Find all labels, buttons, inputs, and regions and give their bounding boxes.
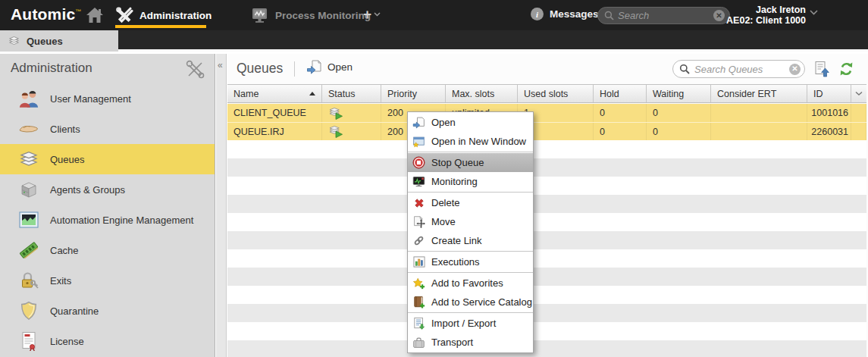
column-header-used-slots[interactable]: Used slots [518, 85, 594, 102]
tab-queues[interactable]: Queues [0, 30, 118, 52]
menu-item-transport[interactable]: Transport [408, 333, 533, 352]
cell-status [322, 123, 381, 140]
menu-separator [408, 251, 533, 252]
home-button[interactable] [85, 6, 105, 24]
sidebar-item-user-management[interactable]: User Management [0, 83, 215, 114]
column-label: Name [233, 89, 259, 99]
active-nav-underline [115, 25, 206, 28]
column-label: Priority [387, 89, 417, 99]
transport-icon [412, 337, 426, 349]
messages-button[interactable]: i Messages [531, 8, 599, 20]
stop-icon [412, 156, 426, 169]
clear-queues-search-icon[interactable]: ✕ [789, 64, 801, 75]
sidebar-title: Administration [11, 61, 92, 76]
menu-item-delete[interactable]: Delete [408, 193, 533, 212]
column-header-id[interactable]: ID [807, 85, 851, 102]
automic-app-window: Automic™ Administration [0, 0, 868, 357]
certificate-icon [17, 331, 40, 351]
info-icon: i [531, 8, 544, 20]
nav-pm-label: Process Monitoring [275, 10, 371, 21]
open-icon [306, 60, 322, 74]
sidebar-collapse-strip: « [216, 54, 227, 357]
menu-item-stop-queue[interactable]: Stop Queue [408, 153, 533, 172]
menu-item-label: Move [431, 216, 456, 227]
chevron-down-icon [374, 12, 381, 17]
column-header-hold[interactable]: Hold [594, 85, 647, 102]
queue-running-icon [328, 107, 344, 120]
tab-queues-label: Queues [27, 36, 63, 47]
global-search-input[interactable] [618, 10, 713, 21]
refresh-icon[interactable] [838, 61, 855, 77]
column-header-status[interactable]: Status [322, 85, 381, 102]
sidebar-item-automation-engine-management[interactable]: Automation Engine Management [0, 205, 215, 235]
cell-name: QUEUE.IRJ [227, 123, 322, 140]
import-export-icon [412, 317, 426, 330]
menu-item-label: Create Link [431, 235, 481, 246]
column-label: Used slots [524, 89, 568, 99]
hand-icon [17, 123, 40, 135]
search-icon [604, 11, 614, 20]
collapse-sidebar-icon[interactable]: « [218, 60, 223, 70]
queues-table-body: CLIENT_QUEUE 200 unlim [227, 104, 866, 140]
column-label: Consider ERT [717, 89, 776, 99]
column-header-priority[interactable]: Priority [381, 85, 446, 102]
sidebar-item-cache[interactable]: Cache [0, 235, 215, 265]
menu-item-add-to-service-catalog[interactable]: Add to Service Catalog [408, 293, 533, 312]
sidebar-item-label: Exits [50, 275, 71, 287]
search-icon [679, 64, 690, 74]
menu-item-import-export[interactable]: Import / Export [408, 314, 533, 333]
sidebar-item-exits[interactable]: Exits [0, 265, 215, 296]
column-label: Hold [600, 89, 619, 99]
column-header-waiting[interactable]: Waiting [647, 85, 711, 102]
queues-search-input[interactable] [694, 64, 789, 75]
menu-item-open[interactable]: Open [408, 113, 533, 132]
export-list-icon[interactable] [813, 61, 830, 77]
cell-consider-ert [711, 123, 807, 140]
sidebar-item-quarantine[interactable]: Quarantine [0, 296, 215, 326]
open-button[interactable]: Open [306, 60, 353, 74]
cell-name: CLIENT_QUEUE [227, 104, 322, 122]
table-header-row: Name Status Priority Max. slots Used slo… [227, 84, 866, 103]
sidebar-item-license[interactable]: License [0, 326, 215, 356]
automic-logo: Automic™ [11, 5, 82, 23]
nav-admin-label: Administration [139, 10, 212, 21]
menu-item-label: Monitoring [431, 176, 478, 187]
column-header-max-slots[interactable]: Max. slots [446, 85, 518, 102]
sidebar-item-label: Quarantine [50, 305, 99, 317]
column-header-name[interactable]: Name [227, 85, 322, 102]
add-view-button[interactable]: + [363, 6, 381, 23]
administration-sidebar: Administration [0, 54, 215, 357]
cell-hold: 0 [594, 104, 647, 122]
column-header-consider-ert[interactable]: Consider ERT [711, 85, 807, 102]
sidebar-item-label: Queues [50, 154, 85, 165]
plus-icon: + [363, 6, 371, 23]
table-row[interactable]: QUEUE.IRJ 200 [227, 122, 866, 140]
menu-separator [408, 272, 533, 273]
menu-item-add-to-favorites[interactable]: Add to Favorites [408, 274, 533, 293]
menu-item-open-in-new-window[interactable]: Open in New Window [408, 132, 533, 151]
sidebar-item-agents-groups[interactable]: Agents & Groups [0, 174, 215, 205]
user-menu[interactable]: Jack Ireton AE02: Client 1000 [709, 5, 806, 26]
cell-id: 2260031 [807, 123, 851, 140]
move-icon [412, 215, 426, 228]
menu-item-label: Transport [431, 337, 473, 348]
menu-item-create-link[interactable]: Create Link [408, 231, 533, 250]
admin-tools-icon [115, 6, 133, 24]
sidebar-item-clients[interactable]: Clients [0, 114, 215, 144]
settings-tools-icon[interactable] [185, 59, 205, 80]
menu-item-monitoring[interactable]: Monitoring [408, 172, 533, 191]
user-name: Jack Ireton [709, 5, 806, 15]
menu-item-executions[interactable]: Executions [408, 252, 533, 271]
cell-hold: 0 [594, 123, 647, 140]
user-chevron-down-icon[interactable] [810, 10, 818, 15]
menu-item-move[interactable]: Move [408, 212, 533, 231]
queue-stack-icon [17, 150, 40, 168]
queues-search-box: ✕ [672, 60, 805, 78]
lock-key-icon [17, 271, 40, 290]
sidebar-item-queues[interactable]: Queues [0, 144, 215, 174]
column-options-button[interactable] [851, 85, 866, 102]
cell-consider-ert [711, 104, 807, 122]
nav-tab-process-monitoring[interactable]: Process Monitoring [250, 0, 371, 30]
queues-toolbar: Queues Open ✕ [227, 54, 868, 84]
table-row[interactable]: CLIENT_QUEUE 200 unlim [227, 104, 866, 122]
